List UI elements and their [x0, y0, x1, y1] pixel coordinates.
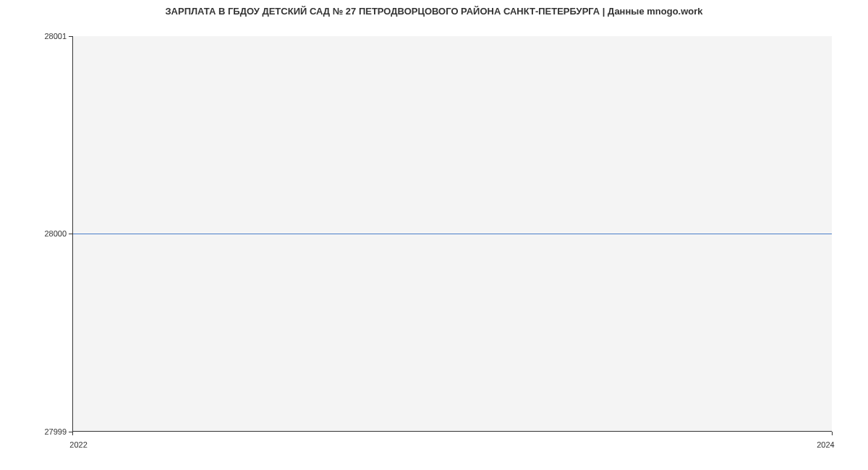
x-axis-tick: [72, 432, 73, 435]
y-axis-label: 27999: [44, 427, 67, 436]
line-series: [73, 36, 832, 431]
x-axis-label: 2022: [69, 440, 87, 449]
y-axis-tick: [69, 234, 72, 234]
y-axis-label: 28000: [44, 229, 67, 238]
x-axis-label: 2024: [817, 440, 834, 449]
chart-title: ЗАРПЛАТА В ГБДОУ ДЕТСКИЙ САД № 27 ПЕТРОД…: [0, 6, 868, 17]
data-line: [73, 234, 832, 234]
y-axis-label: 28001: [44, 32, 67, 40]
plot-area: [72, 36, 832, 432]
y-axis-tick: [69, 36, 72, 37]
x-axis-tick: [832, 432, 833, 435]
